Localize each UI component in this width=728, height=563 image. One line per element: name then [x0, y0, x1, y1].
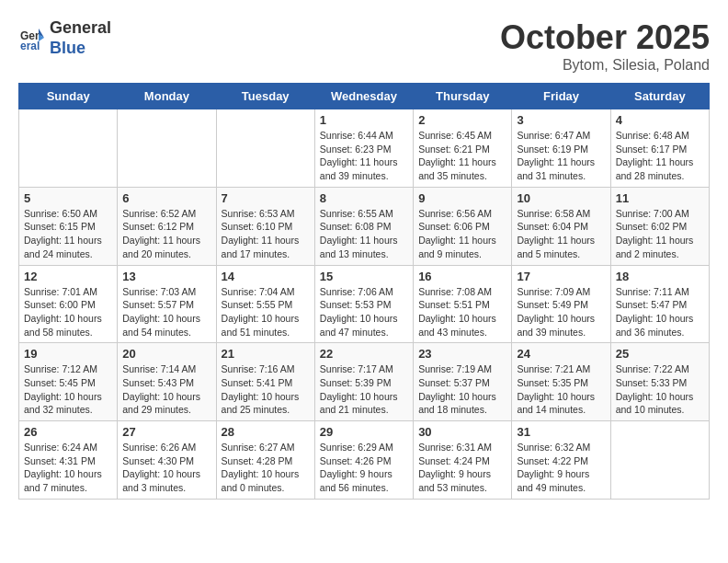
- calendar-cell: 17Sunrise: 7:09 AM Sunset: 5:49 PM Dayli…: [512, 265, 610, 343]
- svg-text:eral: eral: [20, 40, 40, 52]
- day-number: 14: [222, 270, 310, 283]
- calendar-cell: 1Sunrise: 6:44 AM Sunset: 6:23 PM Daylig…: [314, 109, 413, 188]
- calendar-cell: 18Sunrise: 7:11 AM Sunset: 5:47 PM Dayli…: [610, 265, 709, 343]
- calendar-cell: 8Sunrise: 6:55 AM Sunset: 6:08 PM Daylig…: [314, 187, 413, 265]
- day-number: 7: [222, 191, 310, 205]
- weekday-header-tuesday: Tuesday: [216, 84, 314, 109]
- day-number: 2: [418, 113, 506, 127]
- header: Gen eral General Blue October 2025 Bytom…: [18, 18, 710, 74]
- calendar-cell: 9Sunrise: 6:56 AM Sunset: 6:06 PM Daylig…: [414, 187, 512, 265]
- day-number: 23: [418, 347, 506, 361]
- day-number: 11: [616, 191, 704, 205]
- day-number: 21: [222, 347, 310, 361]
- day-number: 25: [616, 347, 704, 361]
- calendar-cell: 30Sunrise: 6:31 AM Sunset: 4:24 PM Dayli…: [414, 421, 512, 500]
- logo-blue: Blue: [50, 39, 111, 59]
- calendar-cell: 19Sunrise: 7:12 AM Sunset: 5:45 PM Dayli…: [19, 343, 118, 421]
- day-info: Sunrise: 6:24 AM Sunset: 4:31 PM Dayligh…: [24, 441, 112, 495]
- day-number: 29: [320, 425, 408, 439]
- day-number: 8: [320, 191, 408, 205]
- day-info: Sunrise: 6:52 AM Sunset: 6:12 PM Dayligh…: [122, 207, 210, 261]
- logo-text: General Blue: [50, 18, 111, 58]
- calendar-cell: 6Sunrise: 6:52 AM Sunset: 6:12 PM Daylig…: [118, 187, 216, 265]
- day-number: 13: [122, 270, 210, 283]
- day-info: Sunrise: 6:32 AM Sunset: 4:22 PM Dayligh…: [517, 441, 605, 495]
- day-info: Sunrise: 7:08 AM Sunset: 5:51 PM Dayligh…: [418, 285, 506, 339]
- day-info: Sunrise: 6:29 AM Sunset: 4:26 PM Dayligh…: [320, 441, 408, 495]
- logo: Gen eral General Blue: [18, 18, 111, 58]
- day-info: Sunrise: 6:55 AM Sunset: 6:08 PM Dayligh…: [320, 207, 408, 261]
- calendar-cell: 27Sunrise: 6:26 AM Sunset: 4:30 PM Dayli…: [118, 421, 216, 500]
- day-number: 17: [517, 270, 605, 283]
- day-number: 9: [418, 191, 506, 205]
- month-title: October 2025: [500, 18, 710, 57]
- calendar-cell: 28Sunrise: 6:27 AM Sunset: 4:28 PM Dayli…: [216, 421, 314, 500]
- weekday-header-monday: Monday: [118, 84, 216, 109]
- day-number: 6: [122, 191, 210, 205]
- day-number: 15: [320, 270, 408, 283]
- week-row-3: 12Sunrise: 7:01 AM Sunset: 6:00 PM Dayli…: [19, 265, 710, 343]
- calendar-cell: 5Sunrise: 6:50 AM Sunset: 6:15 PM Daylig…: [19, 187, 118, 265]
- day-number: 10: [517, 191, 605, 205]
- weekday-header-saturday: Saturday: [610, 84, 709, 109]
- day-number: 24: [517, 347, 605, 361]
- logo-general: General: [50, 18, 111, 39]
- calendar-cell: 12Sunrise: 7:01 AM Sunset: 6:00 PM Dayli…: [19, 265, 118, 343]
- day-info: Sunrise: 7:16 AM Sunset: 5:41 PM Dayligh…: [222, 362, 310, 417]
- weekday-header-thursday: Thursday: [414, 84, 512, 109]
- day-info: Sunrise: 7:12 AM Sunset: 5:45 PM Dayligh…: [24, 362, 112, 417]
- calendar-cell: [118, 109, 216, 188]
- day-info: Sunrise: 7:00 AM Sunset: 6:02 PM Dayligh…: [616, 207, 704, 261]
- day-info: Sunrise: 6:47 AM Sunset: 6:19 PM Dayligh…: [517, 129, 605, 183]
- day-number: 26: [24, 425, 112, 439]
- day-number: 1: [320, 113, 408, 127]
- logo-icon: Gen eral: [18, 25, 46, 52]
- week-row-1: 1Sunrise: 6:44 AM Sunset: 6:23 PM Daylig…: [19, 109, 710, 188]
- week-row-5: 26Sunrise: 6:24 AM Sunset: 4:31 PM Dayli…: [19, 421, 710, 500]
- calendar-cell: 13Sunrise: 7:03 AM Sunset: 5:57 PM Dayli…: [118, 265, 216, 343]
- day-number: 31: [517, 425, 605, 439]
- calendar-cell: 15Sunrise: 7:06 AM Sunset: 5:53 PM Dayli…: [314, 265, 413, 343]
- calendar-cell: 14Sunrise: 7:04 AM Sunset: 5:55 PM Dayli…: [216, 265, 314, 343]
- calendar-body: 1Sunrise: 6:44 AM Sunset: 6:23 PM Daylig…: [19, 109, 710, 500]
- day-number: 18: [616, 270, 704, 283]
- day-number: 16: [418, 270, 506, 283]
- day-info: Sunrise: 7:14 AM Sunset: 5:43 PM Dayligh…: [122, 362, 210, 417]
- weekday-header-friday: Friday: [512, 84, 610, 109]
- calendar-cell: 26Sunrise: 6:24 AM Sunset: 4:31 PM Dayli…: [19, 421, 118, 500]
- week-row-4: 19Sunrise: 7:12 AM Sunset: 5:45 PM Dayli…: [19, 343, 710, 421]
- calendar-cell: [19, 109, 118, 188]
- day-info: Sunrise: 6:48 AM Sunset: 6:17 PM Dayligh…: [616, 129, 704, 183]
- title-block: October 2025 Bytom, Silesia, Poland: [500, 18, 710, 74]
- day-number: 4: [616, 113, 704, 127]
- day-info: Sunrise: 6:31 AM Sunset: 4:24 PM Dayligh…: [418, 441, 506, 495]
- day-number: 5: [24, 191, 112, 205]
- calendar-cell: 23Sunrise: 7:19 AM Sunset: 5:37 PM Dayli…: [414, 343, 512, 421]
- weekday-header-sunday: Sunday: [19, 84, 118, 109]
- day-number: 28: [222, 425, 310, 439]
- day-info: Sunrise: 7:11 AM Sunset: 5:47 PM Dayligh…: [616, 285, 704, 339]
- calendar-cell: 4Sunrise: 6:48 AM Sunset: 6:17 PM Daylig…: [610, 109, 709, 188]
- day-number: 20: [122, 347, 210, 361]
- calendar-cell: 29Sunrise: 6:29 AM Sunset: 4:26 PM Dayli…: [314, 421, 413, 500]
- calendar-cell: 3Sunrise: 6:47 AM Sunset: 6:19 PM Daylig…: [512, 109, 610, 188]
- day-number: 3: [517, 113, 605, 127]
- calendar-cell: 16Sunrise: 7:08 AM Sunset: 5:51 PM Dayli…: [414, 265, 512, 343]
- day-number: 30: [418, 425, 506, 439]
- day-info: Sunrise: 7:03 AM Sunset: 5:57 PM Dayligh…: [122, 285, 210, 339]
- day-number: 12: [24, 270, 112, 283]
- week-row-2: 5Sunrise: 6:50 AM Sunset: 6:15 PM Daylig…: [19, 187, 710, 265]
- day-info: Sunrise: 7:09 AM Sunset: 5:49 PM Dayligh…: [517, 285, 605, 339]
- calendar-cell: 7Sunrise: 6:53 AM Sunset: 6:10 PM Daylig…: [216, 187, 314, 265]
- weekday-header-row: SundayMondayTuesdayWednesdayThursdayFrid…: [19, 84, 710, 109]
- calendar-cell: 24Sunrise: 7:21 AM Sunset: 5:35 PM Dayli…: [512, 343, 610, 421]
- day-info: Sunrise: 6:56 AM Sunset: 6:06 PM Dayligh…: [418, 207, 506, 261]
- day-info: Sunrise: 6:58 AM Sunset: 6:04 PM Dayligh…: [517, 207, 605, 261]
- calendar-cell: 2Sunrise: 6:45 AM Sunset: 6:21 PM Daylig…: [414, 109, 512, 188]
- day-info: Sunrise: 6:44 AM Sunset: 6:23 PM Dayligh…: [320, 129, 408, 183]
- location: Bytom, Silesia, Poland: [500, 57, 710, 74]
- day-number: 19: [24, 347, 112, 361]
- calendar-cell: 21Sunrise: 7:16 AM Sunset: 5:41 PM Dayli…: [216, 343, 314, 421]
- calendar-cell: 25Sunrise: 7:22 AM Sunset: 5:33 PM Dayli…: [610, 343, 709, 421]
- day-info: Sunrise: 7:21 AM Sunset: 5:35 PM Dayligh…: [517, 362, 605, 417]
